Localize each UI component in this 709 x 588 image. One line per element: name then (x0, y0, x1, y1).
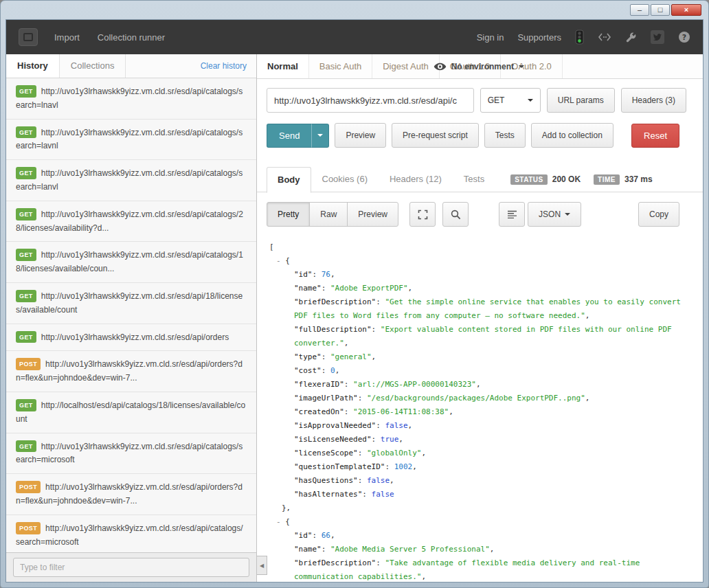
json-token: : (322, 284, 330, 293)
history-item[interactable]: GEThttp://localhost/esd/api/catalogs/18/… (6, 392, 256, 433)
json-token: "Adobe ExportPDF" (330, 284, 408, 293)
main-panel: ◀ NormalBasic AuthDigest AuthOAuth 1.0OA… (257, 54, 703, 582)
format-lines-button[interactable] (499, 202, 525, 227)
json-token: 66 (322, 531, 330, 540)
code-brackets-icon[interactable] (598, 32, 611, 42)
json-token: "isApprovalNeeded" (294, 421, 376, 430)
tab-history[interactable]: History (6, 54, 60, 78)
app-logo-icon[interactable] (19, 28, 38, 46)
view-button-preview[interactable]: Preview (347, 202, 398, 227)
json-token: "hasAlternates" (294, 490, 362, 499)
import-button[interactable]: Import (54, 32, 80, 43)
collapse-sidebar-button[interactable]: ◀ (257, 556, 267, 575)
history-item[interactable]: GEThttp://uvo1y3lrhawskk9yizz.vm.cld.sr/… (6, 242, 256, 283)
request-url-input[interactable] (267, 88, 474, 113)
pre-request-script-button[interactable]: Pre-request script (392, 123, 479, 148)
json-token: , (330, 270, 335, 279)
view-toolbar: PrettyRawPreview JSON (257, 192, 703, 235)
method-badge: GET (16, 126, 36, 139)
view-button-pretty[interactable]: Pretty (267, 202, 310, 227)
history-item[interactable]: POSThttp://uvo1y3lrhawskk9yizz.vm.cld.sr… (6, 474, 256, 515)
json-token: : (322, 366, 330, 375)
collection-runner-button[interactable]: Collection runner (98, 32, 165, 43)
wrench-icon[interactable] (625, 32, 637, 43)
history-item[interactable]: GEThttp://uvo1y3lrhawskk9yizz.vm.cld.sr/… (6, 78, 256, 120)
history-list: GEThttp://uvo1y3lrhawskk9yizz.vm.cld.sr/… (6, 78, 256, 552)
json-token: { (281, 517, 290, 526)
twitter-icon[interactable] (651, 30, 664, 44)
reset-button[interactable]: Reset (631, 124, 679, 148)
search-icon (451, 210, 461, 220)
history-item[interactable]: POSThttp://uvo1y3lrhawskk9yizz.vm.cld.sr… (6, 515, 256, 552)
fold-toggle[interactable]: - (276, 517, 281, 526)
headers-button[interactable]: Headers (3) (621, 88, 686, 113)
svg-text:?: ? (682, 33, 686, 42)
method-badge: GET (16, 85, 36, 98)
filter-input[interactable] (13, 558, 249, 577)
supporters-link[interactable]: Supporters (517, 32, 561, 43)
expand-button[interactable] (409, 202, 436, 227)
history-item[interactable]: GEThttp://uvo1y3lrhawskk9yizz.vm.cld.sr/… (6, 120, 256, 161)
json-token: "isLicenseNeeded" (294, 435, 372, 444)
method-select[interactable]: GET (480, 88, 541, 113)
environment-selector[interactable]: No environment (434, 54, 524, 79)
code-line: "isApprovalNeeded": false, (268, 419, 688, 433)
url-row: GET URL params Headers (3) (257, 79, 703, 119)
history-item[interactable]: GEThttp://uvo1y3lrhawskk9yizz.vm.cld.sr/… (6, 283, 256, 324)
sign-in-link[interactable]: Sign in (477, 32, 504, 43)
method-badge: GET (16, 249, 36, 261)
code-line: "hasAlternates": false (268, 488, 688, 501)
response-tab-tests[interactable]: Tests (453, 166, 495, 192)
json-token: : (376, 558, 385, 567)
minimize-button[interactable]: – (630, 4, 649, 16)
send-button[interactable]: Send (267, 124, 311, 148)
response-tab-cookies-6[interactable]: Cookies (6) (311, 166, 379, 192)
send-button-group: Send (267, 124, 329, 148)
help-icon[interactable]: ? (678, 31, 690, 43)
tests-button[interactable]: Tests (484, 123, 526, 148)
json-token: "fullDescription" (294, 325, 372, 334)
json-token: , (344, 339, 349, 348)
json-token: : (358, 449, 367, 457)
app-window: Import Collection runner Sign in Support… (5, 19, 704, 583)
history-item[interactable]: GEThttp://uvo1y3lrhawskk9yizz.vm.cld.sr/… (6, 324, 256, 352)
send-options-button[interactable] (311, 124, 329, 148)
auth-tab-digest-auth[interactable]: Digest Auth (372, 54, 440, 78)
fold-toggle[interactable]: - (276, 256, 281, 265)
history-item[interactable]: GEThttp://uvo1y3lrhawskk9yizz.vm.cld.sr/… (6, 201, 256, 242)
search-button[interactable] (442, 202, 469, 227)
code-line: "cost": 0, (268, 364, 688, 378)
auth-tab-normal[interactable]: Normal (257, 54, 309, 78)
url-params-button[interactable]: URL params (547, 88, 615, 113)
chevron-down-icon (519, 65, 524, 68)
preview-button[interactable]: Preview (335, 123, 386, 148)
code-line: "id": 76, (268, 268, 688, 282)
json-token: , (335, 366, 340, 375)
chevron-down-icon (528, 99, 533, 102)
view-button-raw[interactable]: Raw (309, 202, 348, 227)
eye-icon (434, 63, 447, 71)
auth-tab-basic-auth[interactable]: Basic Auth (309, 54, 372, 78)
close-button[interactable]: × (671, 4, 701, 16)
add-to-collection-button[interactable]: Add to collection (531, 123, 614, 148)
json-token: "id" (294, 531, 313, 540)
tab-collections[interactable]: Collections (60, 54, 126, 78)
response-tab-headers-12[interactable]: Headers (12) (379, 166, 453, 192)
topbar: Import Collection runner Sign in Support… (6, 20, 703, 54)
json-token: "name" (294, 545, 322, 554)
format-select[interactable]: JSON (528, 202, 581, 227)
status-value: 200 OK (552, 174, 581, 184)
maximize-button[interactable]: □ (651, 4, 670, 16)
traffic-light-icon[interactable] (575, 30, 584, 45)
json-token: : (313, 531, 322, 540)
action-row: Send Preview Pre-request script Tests Ad… (257, 119, 703, 159)
copy-button[interactable]: Copy (638, 202, 679, 227)
code-line: "hasQuestions": false, (268, 474, 688, 488)
code-line: "name": "Adobe Media Server 5 Profession… (268, 543, 688, 556)
clear-history-link[interactable]: Clear history (201, 61, 256, 71)
response-tab-body[interactable]: Body (267, 167, 311, 193)
history-item[interactable]: GEThttp://uvo1y3lrhawskk9yizz.vm.cld.sr/… (6, 433, 256, 475)
history-item[interactable]: GEThttp://uvo1y3lrhawskk9yizz.vm.cld.sr/… (6, 160, 256, 201)
history-item[interactable]: POSThttp://uvo1y3lrhawskk9yizz.vm.cld.sr… (6, 351, 256, 392)
sidebar: History Collections Clear history GEThtt… (6, 54, 257, 582)
